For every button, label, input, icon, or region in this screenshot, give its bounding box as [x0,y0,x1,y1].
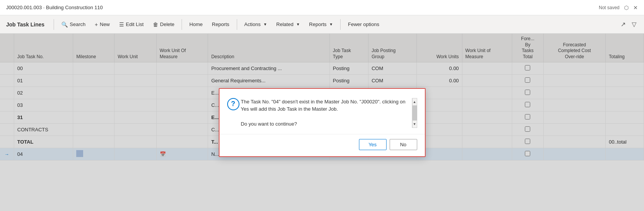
delete-button[interactable]: 🗑 Delete [149,19,179,30]
related-button[interactable]: Related ▼ [272,19,304,29]
scroll-up-button[interactable]: ▲ [412,98,417,106]
edit-list-button[interactable]: ☰ Edit List [115,19,148,30]
dialog-scroll-area: ? The Task No. "04" doesn't exist in the… [227,98,406,128]
new-button[interactable]: + New [90,19,114,30]
dialog-body: ? The Task No. "04" doesn't exist in the… [220,89,425,134]
toolbar-divider-3 [237,19,237,30]
dialog-text: The Task No. "04" doesn't exist in the M… [241,98,406,128]
reports-button-2[interactable]: Reports ▼ [305,19,337,29]
main-content: Job Task No. Milestone Work Unit Work Un… [0,34,644,211]
share-icon[interactable]: ↗ [619,19,627,29]
confirmation-dialog: ? The Task No. "04" doesn't exist in the… [219,88,426,157]
edit-list-icon: ☰ [119,21,124,28]
page-title: J00020.001.003 · Building Construction 1… [6,5,103,10]
yes-button[interactable]: Yes [359,139,387,150]
dialog-overlay: ? The Task No. "04" doesn't exist in the… [0,34,644,211]
open-new-icon[interactable]: ⬡ [624,5,629,11]
toolbar-page-title: Job Task Lines [6,21,44,28]
actions-button[interactable]: Actions ▼ [240,19,272,29]
related-chevron-icon: ▼ [296,22,300,26]
toolbar-divider-4 [340,19,341,30]
toolbar-divider-1 [54,19,54,30]
toolbar-divider-2 [182,19,182,30]
search-button[interactable]: 🔍 Search [57,19,90,30]
dialog-message-1: The Task No. "04" doesn't exist in the M… [241,98,406,113]
question-icon: ? [227,98,239,110]
dialog-scrollbar: ▲ ▼ [412,98,417,128]
filter-icon[interactable]: ▽ [630,19,638,29]
reports-button-1[interactable]: Reports [208,19,234,29]
close-icon[interactable]: ✕ [633,5,638,11]
title-bar-right: Not saved ⬡ ✕ [599,5,638,11]
scroll-down-button[interactable]: ▼ [412,120,417,128]
actions-chevron-icon: ▼ [263,22,267,26]
dialog-message-2: Do you want to continue? [241,120,406,128]
fewer-options-button[interactable]: Fewer options [344,19,383,29]
not-saved-status: Not saved [599,5,619,10]
dialog-footer: Yes No [220,134,425,156]
reports-chevron-icon: ▼ [329,22,333,26]
toolbar-right-icons: ↗ ▽ [619,19,638,29]
title-bar: J00020.001.003 · Building Construction 1… [0,0,644,15]
delete-icon: 🗑 [153,21,158,28]
plus-icon: + [95,21,98,28]
search-icon: 🔍 [61,21,68,28]
scroll-track [412,106,417,120]
dialog-icon-area: ? [227,98,241,128]
no-button[interactable]: No [390,139,417,150]
toolbar: Job Task Lines 🔍 Search + New ☰ Edit Lis… [0,15,644,34]
home-button[interactable]: Home [185,19,207,29]
